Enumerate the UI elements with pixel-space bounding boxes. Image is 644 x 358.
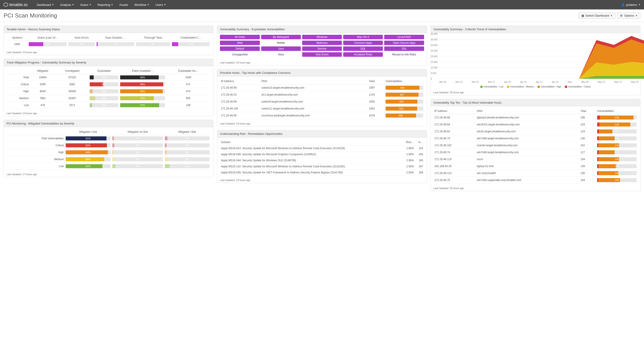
ip-cell[interactable]: 172.26.48.99 [220,84,260,91]
filter-pill[interactable]: Default [220,47,260,51]
progress-bar[interactable]: 87% [120,103,165,107]
filter-pill[interactable]: Service [302,47,342,51]
user-menu[interactable]: 👤 pcidemo ▼ [621,3,640,7]
progress-bar[interactable]: 0% [136,42,170,46]
progress-bar[interactable]: 86% [120,75,165,79]
filter-pill[interactable]: Virus [261,52,301,57]
progress-bar[interactable]: 92% [66,143,111,147]
nav-workflow[interactable]: Workflow▼ [134,3,149,7]
progress-bar[interactable]: 0% [68,42,95,46]
progress-bar[interactable]: 6% [165,136,210,140]
progress-bar[interactable]: 20% [90,96,118,100]
progress-bar[interactable]: 8% [165,157,210,161]
filter-pill[interactable]: SQL [343,47,383,51]
progress-bar[interactable]: 91% [66,136,111,140]
trend-chart[interactable]: 05,00010,00015,00020,00025,00030,00035,0… [431,33,640,85]
filter-pill[interactable]: Web [220,41,260,45]
solution-cell[interactable]: Apply MS15-132: Security Update for Micr… [220,164,401,170]
progress-bar[interactable]: 38% [29,42,66,46]
progress-bar[interactable]: 11% [165,164,210,168]
filter-pill[interactable]: SSL [384,47,424,51]
filter-pill[interactable]: Accepted Risks [343,52,383,57]
progress-bar[interactable]: 10% [90,89,118,93]
progress-bar[interactable]: 47% [90,82,118,86]
progress-bar[interactable]: 94% [66,150,111,154]
nav-assets[interactable]: Assets [119,3,128,7]
ip-cell[interactable]: 172.26.48.10 [220,91,260,98]
ip-cell[interactable]: 172.26.48.115 [434,156,476,163]
vuln-bar[interactable]: 929 [386,107,423,111]
last-updated: Last Updated: 23 hours ago [217,121,426,126]
progress-bar[interactable]: 75% [120,96,165,100]
ip-cell[interactable]: 172.26.48.74 [434,149,476,156]
vuln-bar[interactable]: 115 [597,150,636,154]
progress-bar[interactable]: 17% [172,42,210,46]
ip-cell[interactable]: 172.26.48.98 [220,98,260,105]
progress-bar[interactable]: 95% [120,89,165,93]
switch-dashboard-button[interactable]: ▦ Switch Dashboard ▼ [578,12,615,19]
ip-cell[interactable]: 172.26.48.102 [434,142,476,149]
ip-cell[interactable]: 172.26.48.63 [434,128,476,135]
progress-bar[interactable]: 3% [112,136,163,140]
progress-bar[interactable]: 4% [165,150,210,154]
vuln-bar[interactable]: 125 [597,164,636,168]
vuln-bar[interactable]: 115 [597,136,636,140]
vuln-bar[interactable]: 967 [386,93,423,97]
ip-cell[interactable]: 172.26.48.69 [434,114,476,121]
col-header: Mitigated <10d [65,129,112,135]
progress-bar[interactable]: 4% [112,143,163,147]
filter-pill[interactable]: Unsupported [220,52,260,57]
filter-pill[interactable]: By Metasploit [261,35,301,39]
filter-pill[interactable]: All Vulns [220,35,260,39]
vuln-bar[interactable]: 218 [597,123,636,127]
vuln-bar[interactable]: 100 [597,129,636,133]
nav-scans[interactable]: Scans▼ [80,3,91,7]
ip-cell[interactable]: 172.26.48.123 [434,170,476,177]
filter-pill[interactable]: Open Source Apps [384,41,424,45]
nav-users[interactable]: Users▼ [155,3,166,7]
progress-bar[interactable]: 4% [165,143,210,147]
vuln-bar[interactable]: 985 [386,86,423,90]
vuln-bar[interactable]: 150 [597,178,636,182]
ip-cell[interactable]: 172.26.48.95 [220,112,260,119]
solution-cell[interactable]: Apply MS16-035: Security Update for .NET… [220,170,401,176]
solution-cell[interactable]: Apply MS16-039: Security Update for Micr… [220,151,401,157]
cell: 2571 [56,102,88,109]
filter-pill[interactable]: Windows [302,35,342,39]
ip-cell[interactable]: 172.26.48.74 [434,135,476,142]
brand[interactable]: tenable.sc [4,3,28,7]
ip-cell[interactable]: 172.26.48.75 [434,177,476,184]
filter-pill[interactable]: Linux/UNIX [384,35,424,39]
filter-pill[interactable]: Java [261,47,301,51]
vuln-bar[interactable]: 886 [386,114,423,118]
filter-pill[interactable]: Recast to Info Risks [384,52,424,57]
vuln-bar[interactable]: 145 [597,157,636,161]
options-button[interactable]: ⚙ Options ▼ [617,12,640,19]
nav-dashboard[interactable]: Dashboard▼ [37,3,54,7]
solution-cell[interactable]: Apply MS16-044: Security Update for Wind… [220,157,401,164]
vuln-bar[interactable]: 140 [597,171,636,175]
progress-bar[interactable]: 5% [112,157,163,161]
solution-cell[interactable]: Apply MS16-014: Security Update for Micr… [220,145,401,151]
progress-bar[interactable]: 86% [66,157,111,161]
progress-bar[interactable]: 8% [90,103,118,107]
progress-bar[interactable]: 2% [112,150,163,154]
progress-bar[interactable]: 14% [90,75,118,79]
nav-analysis[interactable]: Analysis▼ [60,3,74,7]
vuln-bar[interactable]: 145 [597,143,636,147]
progress-bar[interactable]: 3% [96,42,134,46]
ip-cell[interactable]: 172.26.48.64 [434,121,476,128]
progress-bar[interactable]: 96% [120,82,165,86]
filter-pill[interactable]: Mac OS X [343,35,383,39]
filter-pill[interactable]: Common Apps [343,41,383,45]
progress-bar[interactable]: 6% [112,164,163,168]
progress-bar[interactable]: 82% [66,164,111,168]
filter-pill[interactable]: Mobile [261,41,301,45]
vuln-bar[interactable]: 938 [386,100,423,104]
ip-cell[interactable]: 192.168.44.30 [434,163,476,170]
ip-cell[interactable]: 172.26.48.100 [220,105,260,112]
filter-pill[interactable]: Malicious [302,41,342,45]
nav-reporting[interactable]: Reporting▼ [98,3,113,7]
vuln-bar[interactable]: 239 [597,116,636,120]
filter-pill[interactable]: Vuln Event [302,52,342,57]
